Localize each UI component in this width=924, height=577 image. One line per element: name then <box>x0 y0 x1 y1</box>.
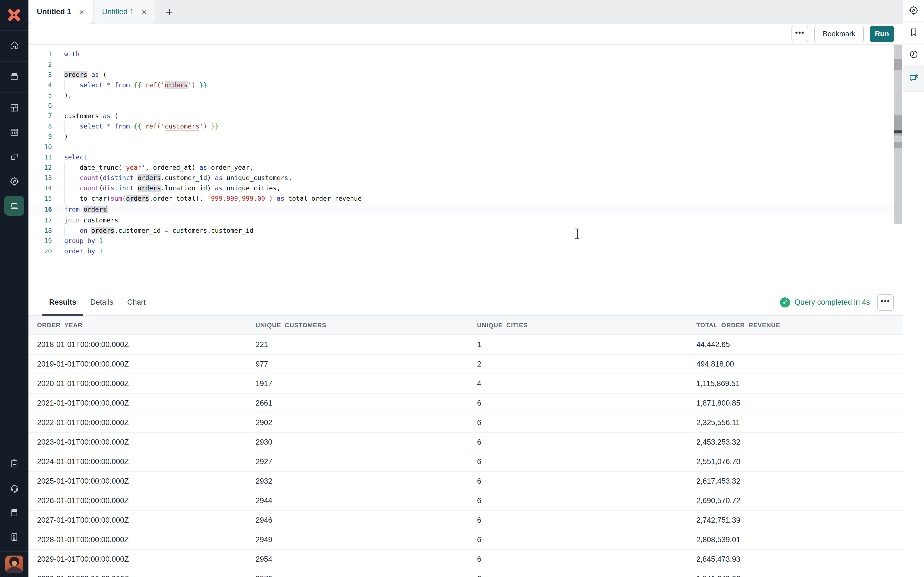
line-number: 8 <box>29 121 52 132</box>
ai-chat-icon <box>908 73 919 84</box>
table-cell: 1,871,800.85 <box>696 399 903 408</box>
rail-ai-chat-icon[interactable] <box>903 66 924 92</box>
line-number: 19 <box>29 236 52 246</box>
sidebar-dashboard-icon[interactable] <box>0 95 29 120</box>
table-row[interactable]: 2027-01-01T00:00:00.000Z294662,742,751.3… <box>29 511 903 530</box>
code-token <box>141 81 145 89</box>
close-tab-icon[interactable]: × <box>142 8 147 16</box>
code-line-12: 12 date_trunc('year', ordered_at) as ord… <box>29 163 893 173</box>
rail-compass-icon[interactable] <box>903 0 924 22</box>
scrollbar-thumb[interactable] <box>894 60 902 70</box>
hex-logo[interactable] <box>0 0 29 31</box>
sidebar-code-window-icon[interactable] <box>0 120 29 144</box>
code-token: join <box>64 217 79 224</box>
more-options-button[interactable]: ••• <box>792 26 808 42</box>
table-cell: 2018-01-01T00:00:00.000Z <box>37 340 255 349</box>
sidebar-apps-icon[interactable] <box>0 144 29 169</box>
tab-chart[interactable]: Chart <box>122 289 151 315</box>
code-line-4: 4 select * from {{ ref('orders') }} <box>29 80 893 90</box>
cell-toolbar: ••• Bookmark Run <box>29 24 903 45</box>
code-line-content: on orders.customer_id = customers.custom… <box>52 226 254 236</box>
table-row[interactable]: 2021-01-01T00:00:00.000Z266161,871,800.8… <box>29 393 903 413</box>
code-token: date_trunc( <box>64 164 122 171</box>
code-token: ) <box>269 195 277 202</box>
rail-bookmark-icon[interactable] <box>903 22 924 44</box>
code-line-content: orders as ( <box>52 70 107 80</box>
sql-editor[interactable]: 1with23orders as (4 select * from {{ ref… <box>29 45 903 289</box>
line-number: 1 <box>29 49 52 60</box>
compass-icon <box>9 176 19 187</box>
code-token: as <box>91 71 99 78</box>
code-line-content: select * from {{ ref('orders') }} <box>52 80 207 90</box>
code-token: unique_cities, <box>223 185 281 192</box>
editor-scrollbar[interactable] <box>894 45 902 224</box>
tab-untitled-2[interactable]: Untitled 1 × <box>94 0 155 24</box>
query-status-text: Query completed in 4s <box>795 298 870 306</box>
table-row[interactable]: 2023-01-01T00:00:00.000Z293062,453,253.3… <box>29 433 903 452</box>
table-row[interactable]: 2018-01-01T00:00:00.000Z221144,442.65 <box>29 335 903 355</box>
column-header: UNIQUE_CUSTOMERS <box>255 322 477 329</box>
code-line-content: join customers <box>52 215 118 226</box>
code-token: order <box>64 248 83 255</box>
line-number: 10 <box>29 142 52 152</box>
code-token: sum <box>110 195 122 202</box>
code-token: from <box>64 206 79 213</box>
line-number: 18 <box>29 226 52 236</box>
user-avatar[interactable] <box>5 556 23 574</box>
table-row[interactable]: 2022-01-01T00:00:00.000Z290262,325,556.1… <box>29 413 903 433</box>
clock-icon <box>908 49 919 61</box>
sidebar-home-icon[interactable] <box>0 31 29 61</box>
results-more-button[interactable]: ••• <box>877 294 894 311</box>
table-cell: 6 <box>477 438 696 446</box>
scrollbar-thumb[interactable] <box>894 142 902 148</box>
clipboard-icon <box>9 458 19 469</box>
bookmark-button[interactable]: Bookmark <box>814 26 864 42</box>
code-token <box>83 237 87 245</box>
code-token: customers <box>79 217 118 224</box>
code-token <box>110 81 115 89</box>
table-row[interactable]: 2020-01-01T00:00:00.000Z191741,115,869.5… <box>29 374 903 393</box>
code-line-9: 9) <box>29 132 893 142</box>
code-line-content: with <box>52 49 79 60</box>
table-cell: 2022-01-01T00:00:00.000Z <box>37 418 255 427</box>
sidebar-terminal-icon[interactable] <box>0 193 29 218</box>
table-row[interactable]: 2024-01-01T00:00:00.000Z292762,551,076.7… <box>29 452 903 472</box>
scrollbar-cursor-mark <box>894 131 902 133</box>
inbox-icon <box>9 71 19 82</box>
sidebar-clipboard-icon[interactable] <box>0 451 29 475</box>
table-cell: 2024-01-01T00:00:00.000Z <box>37 458 255 466</box>
code-token: with <box>64 50 79 58</box>
table-row[interactable]: 2019-01-01T00:00:00.000Z9772494,818.00 <box>29 355 903 374</box>
table-cell: 2029-01-01T00:00:00.000Z <box>37 555 255 564</box>
line-number: 13 <box>29 173 52 183</box>
code-token: ( <box>99 174 103 182</box>
table-row[interactable]: 2025-01-01T00:00:00.000Z293262,617,453.3… <box>29 472 903 491</box>
code-line-5: 5), <box>29 90 893 101</box>
sidebar-compass-icon[interactable] <box>0 169 29 193</box>
table-cell: 2,453,253.32 <box>696 438 903 446</box>
table-cell: 2 <box>477 360 696 369</box>
new-tab-button[interactable]: + <box>161 4 177 20</box>
sidebar-book-icon[interactable] <box>0 500 29 525</box>
code-token: as <box>215 174 223 182</box>
table-cell: 6 <box>477 516 696 525</box>
tab-untitled-1[interactable]: Untitled 1 × <box>29 0 93 24</box>
hex-logo-icon <box>6 7 22 23</box>
run-button[interactable]: Run <box>870 26 894 42</box>
close-tab-icon[interactable]: × <box>79 8 84 16</box>
table-cell: 977 <box>255 360 477 369</box>
sidebar-building-icon[interactable] <box>0 525 29 549</box>
table-cell: 2,325,556.11 <box>696 418 903 427</box>
table-row[interactable]: 2028-01-01T00:00:00.000Z294962,808,539.0… <box>29 530 903 550</box>
table-row[interactable]: 2029-01-01T00:00:00.000Z295462,845,473.9… <box>29 550 903 569</box>
table-row[interactable]: 2030-01-01T00:00:00.000Z287961,841,049.3… <box>29 569 903 577</box>
table-row[interactable]: 2026-01-01T00:00:00.000Z294462,690,570.7… <box>29 491 903 511</box>
bookmark-icon <box>908 27 919 39</box>
sidebar-headset-icon[interactable] <box>0 475 29 500</box>
tab-details[interactable]: Details <box>86 289 119 315</box>
tab-label: Untitled 1 <box>102 8 134 16</box>
rail-clock-icon[interactable] <box>903 44 924 66</box>
code-line-11: 11select <box>29 152 893 163</box>
tab-results[interactable]: Results <box>44 289 81 315</box>
sidebar-inbox-icon[interactable] <box>0 61 29 93</box>
